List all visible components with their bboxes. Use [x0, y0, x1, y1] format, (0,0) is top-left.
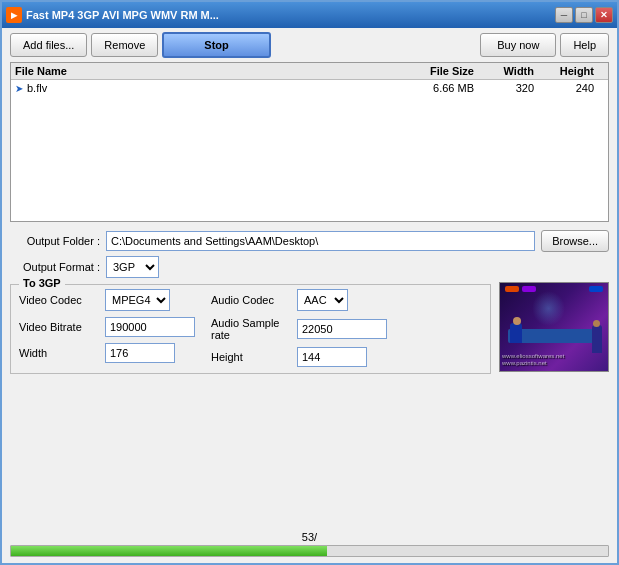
progress-percent-container: 53/: [10, 531, 609, 543]
close-button[interactable]: ✕: [595, 7, 613, 23]
title-bar: ▶ Fast MP4 3GP AVI MPG WMV RM M... ─ □ ✕: [2, 2, 617, 28]
progress-bar-container: [10, 545, 609, 557]
settings-left: To 3GP Video Codec MPEG4 H263 H264: [10, 282, 491, 374]
width-label: Width: [19, 347, 99, 359]
audio-sample-label: Audio Sample rate: [211, 317, 291, 341]
group-right: Audio Codec AAC MP3 AMR Audio Sample rat…: [211, 289, 387, 367]
video-bitrate-row: Video Bitrate: [19, 317, 195, 337]
title-controls: ─ □ ✕: [555, 7, 613, 23]
output-folder-input[interactable]: [106, 231, 535, 251]
maximize-button[interactable]: □: [575, 7, 593, 23]
settings-area: Output Folder : Browse... Output Format …: [2, 226, 617, 378]
audio-codec-label: Audio Codec: [211, 294, 291, 306]
video-bitrate-label: Video Bitrate: [19, 321, 99, 333]
add-files-button[interactable]: Add files...: [10, 33, 87, 57]
audio-sample-input[interactable]: [297, 319, 387, 339]
col-header-height: Height: [544, 65, 604, 77]
progress-percent-text: 53/: [302, 531, 317, 543]
group-label: To 3GP: [19, 277, 65, 289]
file-list: File Name File Size Width Height ➤ b.flv…: [10, 62, 609, 222]
group-content: Video Codec MPEG4 H263 H264 Video Bitrat…: [19, 289, 482, 367]
video-bitrate-input[interactable]: [105, 317, 195, 337]
video-codec-row: Video Codec MPEG4 H263 H264: [19, 289, 195, 311]
file-list-header: File Name File Size Width Height: [11, 63, 608, 80]
to-3gp-group: To 3GP Video Codec MPEG4 H263 H264: [10, 284, 491, 374]
stop-button[interactable]: Stop: [162, 32, 270, 58]
browse-button[interactable]: Browse...: [541, 230, 609, 252]
remove-button[interactable]: Remove: [91, 33, 158, 57]
col-header-filename: File Name: [15, 65, 404, 77]
video-codec-label: Video Codec: [19, 294, 99, 306]
output-format-label: Output Format :: [10, 261, 100, 273]
table-row[interactable]: ➤ b.flv 6.66 MB 320 240: [11, 80, 608, 96]
preview-content: www.eliossoftwares.net www.pazintis.net: [500, 283, 608, 371]
output-folder-label: Output Folder :: [10, 235, 100, 247]
col-header-filesize: File Size: [404, 65, 484, 77]
file-name-cell: b.flv: [27, 82, 404, 94]
progress-bar-fill: [11, 546, 327, 556]
preview-watermark: www.eliossoftwares.net www.pazintis.net: [502, 353, 564, 367]
file-arrow-icon: ➤: [15, 83, 23, 94]
height-label: Height: [211, 351, 291, 363]
file-size-cell: 6.66 MB: [404, 82, 484, 94]
minimize-button[interactable]: ─: [555, 7, 573, 23]
output-format-row: Output Format : 3GP MP4 AVI WMV: [10, 256, 609, 278]
col-header-width: Width: [484, 65, 544, 77]
width-input[interactable]: [105, 343, 175, 363]
height-row: Height: [211, 347, 387, 367]
main-window: ▶ Fast MP4 3GP AVI MPG WMV RM M... ─ □ ✕…: [0, 0, 619, 565]
audio-codec-row: Audio Codec AAC MP3 AMR: [211, 289, 387, 311]
file-height-cell: 240: [544, 82, 604, 94]
audio-codec-select[interactable]: AAC MP3 AMR: [297, 289, 348, 311]
file-width-cell: 320: [484, 82, 544, 94]
height-input[interactable]: [297, 347, 367, 367]
group-left: Video Codec MPEG4 H263 H264 Video Bitrat…: [19, 289, 195, 367]
output-format-select[interactable]: 3GP MP4 AVI WMV: [106, 256, 159, 278]
audio-sample-row: Audio Sample rate: [211, 317, 387, 341]
output-folder-row: Output Folder : Browse...: [10, 230, 609, 252]
buy-now-button[interactable]: Buy now: [480, 33, 556, 57]
toolbar: Add files... Remove Stop Buy now Help: [2, 28, 617, 62]
help-button[interactable]: Help: [560, 33, 609, 57]
bottom-area: 53/: [2, 531, 617, 563]
app-icon: ▶: [6, 7, 22, 23]
window-title: Fast MP4 3GP AVI MPG WMV RM M...: [26, 9, 555, 21]
width-row: Width: [19, 343, 195, 363]
preview-box: www.eliossoftwares.net www.pazintis.net: [499, 282, 609, 372]
settings-with-preview: To 3GP Video Codec MPEG4 H263 H264: [10, 282, 609, 374]
video-codec-select[interactable]: MPEG4 H263 H264: [105, 289, 170, 311]
